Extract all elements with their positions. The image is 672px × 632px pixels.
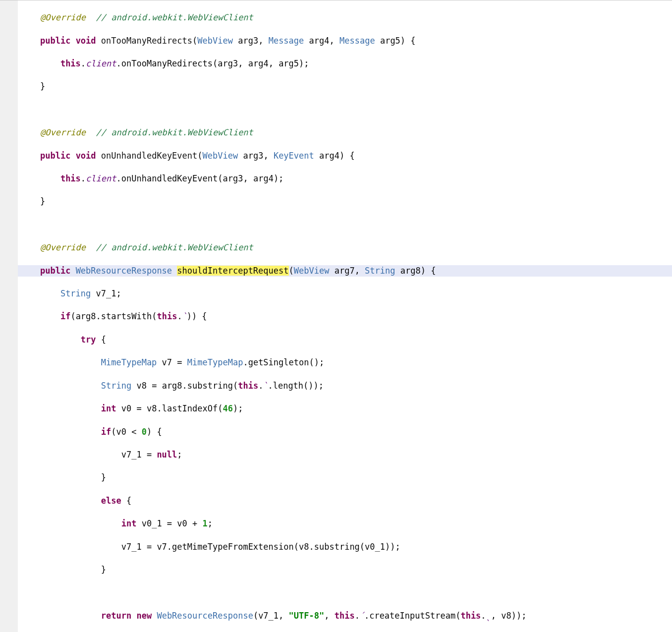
comment: // android.webkit.WebViewClient — [96, 12, 253, 22]
kw-public: public — [40, 36, 70, 46]
annotation: @Override — [40, 12, 86, 22]
highlighted-line: public WebResourceResponse shouldInterce… — [18, 265, 672, 277]
highlighted-method: shouldInterceptRequest — [177, 266, 288, 276]
gutter — [0, 0, 18, 632]
kw-void: void — [76, 36, 96, 46]
method-name: onTooManyRedirects — [101, 36, 192, 46]
code-editor-pane: @Override // android.webkit.WebViewClien… — [0, 0, 672, 632]
code-area[interactable]: @Override // android.webkit.WebViewClien… — [18, 0, 672, 632]
